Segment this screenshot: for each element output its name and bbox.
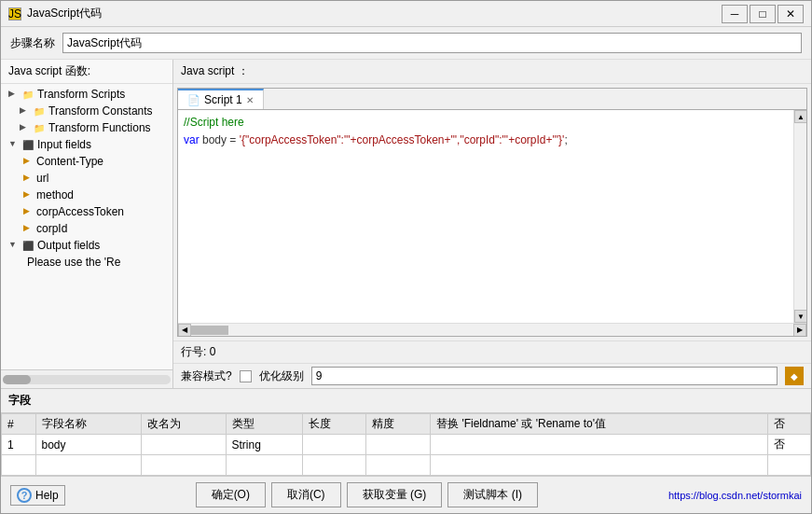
- help-label: Help: [35, 489, 59, 502]
- tree-item-please-use: Please use the 'Re: [1, 254, 172, 271]
- field-arrow-corpAccessToken: ▶: [23, 206, 34, 217]
- code-area: //Script here var body = '{"corpAccessTo…: [178, 110, 806, 323]
- tree-label-url: url: [36, 172, 48, 185]
- script-tab-label: Script 1: [204, 93, 242, 106]
- scroll-track-v: [794, 123, 806, 310]
- code-content[interactable]: //Script here var body = '{"corpAccessTo…: [178, 110, 793, 323]
- compat-checkbox[interactable]: [240, 370, 252, 382]
- cell-num: 1: [2, 435, 36, 455]
- left-scrollbar-thumb[interactable]: [3, 375, 31, 384]
- tree-item-content-type[interactable]: ▶ Content-Type: [1, 153, 172, 170]
- tree-area[interactable]: ▶ 📁 Transform Scripts ▶ 📁 Transform Cons…: [1, 84, 172, 369]
- col-flag: 否: [767, 414, 810, 435]
- main-window: JS JavaScript代码 ─ □ ✕ 步骤名称 Java script 函…: [0, 0, 812, 514]
- fields-header: 字段: [1, 389, 811, 413]
- cell-field-name: body: [35, 435, 141, 455]
- code-comment: //Script here: [184, 116, 244, 129]
- script-tab-icon: 📄: [187, 94, 200, 106]
- left-panel: Java script 函数: ▶ 📁 Transform Scripts ▶ …: [1, 60, 173, 388]
- col-precision: 精度: [366, 414, 431, 435]
- tree-item-corpId[interactable]: ▶ corpId: [1, 220, 172, 237]
- input-fields-icon: ⬛: [21, 138, 34, 151]
- expand-arrow-constants[interactable]: ▶: [20, 105, 31, 117]
- expand-arrow-output-fields[interactable]: ▼: [8, 240, 20, 251]
- window-title: JavaScript代码: [27, 6, 102, 21]
- test-script-button[interactable]: 测试脚本 (I): [447, 482, 538, 507]
- step-name-row: 步骤名称: [1, 27, 811, 60]
- tree-label-transform-scripts: Transform Scripts: [37, 88, 125, 101]
- tree-item-transform-scripts[interactable]: ▶ 📁 Transform Scripts: [1, 86, 172, 103]
- field-arrow-url: ▶: [23, 173, 34, 184]
- help-button[interactable]: ? Help: [10, 485, 65, 506]
- bottom-buttons: 确定(O) 取消(C) 获取变量 (G) 测试脚本 (I): [196, 482, 538, 507]
- tree-label-corpAccessToken: corpAccessToken: [36, 205, 124, 218]
- optim-input[interactable]: [311, 367, 778, 385]
- tree-label-input-fields: Input fields: [37, 138, 91, 151]
- cell-empty: [2, 455, 36, 476]
- script-tab-close[interactable]: ✕: [246, 95, 254, 105]
- cell-type: String: [226, 435, 302, 455]
- title-bar-controls: ─ □ ✕: [722, 5, 804, 23]
- step-name-label: 步骤名称: [10, 35, 55, 51]
- tree-label-corpId: corpId: [36, 222, 67, 235]
- script-tab-1[interactable]: 📄 Script 1 ✕: [178, 89, 264, 109]
- field-arrow-corpId: ▶: [23, 223, 34, 234]
- cancel-button[interactable]: 取消(C): [271, 482, 341, 507]
- table-row[interactable]: 1 body String 否: [2, 435, 811, 455]
- compat-row: 兼容模式? 优化级别 ◆: [173, 364, 811, 388]
- bottom-link: https://blog.csdn.net/stormkai: [668, 490, 802, 501]
- cell-rename: [141, 435, 226, 455]
- tree-item-output-fields[interactable]: ▼ ⬛ Output fields: [1, 237, 172, 254]
- compat-diamond-icon[interactable]: ◆: [785, 367, 804, 385]
- expand-arrow-functions[interactable]: ▶: [20, 122, 31, 133]
- scroll-left-btn[interactable]: ◀: [178, 324, 191, 337]
- tree-label-transform-functions: Transform Functions: [48, 121, 151, 134]
- output-fields-icon: ⬛: [21, 239, 34, 252]
- status-row: 行号: 0: [173, 340, 811, 364]
- get-vars-button[interactable]: 获取变量 (G): [347, 482, 443, 507]
- scroll-h-thumb[interactable]: [191, 326, 228, 335]
- cell-replace: [431, 435, 768, 455]
- expand-arrow-input-fields[interactable]: ▼: [8, 139, 20, 150]
- right-panel-header: Java script ：: [173, 60, 811, 84]
- tree-label-content-type: Content-Type: [36, 155, 103, 168]
- field-arrow-method: ▶: [23, 189, 34, 201]
- cell-precision: [366, 435, 431, 455]
- tree-item-corpAccessToken[interactable]: ▶ corpAccessToken: [1, 203, 172, 220]
- scroll-up-btn[interactable]: ▲: [794, 110, 806, 123]
- scroll-right-btn[interactable]: ▶: [793, 324, 806, 337]
- compat-label: 兼容模式?: [181, 368, 232, 384]
- help-icon: ?: [17, 488, 32, 503]
- tree-item-transform-constants[interactable]: ▶ 📁 Transform Constants: [1, 103, 172, 119]
- tree-item-method[interactable]: ▶ method: [1, 187, 172, 203]
- tree-label-method: method: [36, 188, 74, 201]
- tree-item-transform-functions[interactable]: ▶ 📁 Transform Functions: [1, 119, 172, 136]
- fields-table: # 字段名称 改名为 类型 长度 精度 替换 'Fieldname' 或 'Re…: [1, 413, 811, 476]
- scroll-down-btn[interactable]: ▼: [794, 310, 806, 323]
- minimize-button[interactable]: ─: [722, 5, 748, 23]
- title-bar-left: JS JavaScript代码: [8, 6, 102, 21]
- maximize-button[interactable]: □: [750, 5, 776, 23]
- bottom-link-area: https://blog.csdn.net/stormkai: [668, 489, 802, 502]
- folder-icon-constants: 📁: [33, 104, 46, 118]
- step-name-input[interactable]: [62, 33, 802, 53]
- scrollbar-horizontal[interactable]: ◀ ▶: [178, 323, 806, 336]
- scroll-track-h: [191, 325, 793, 336]
- bottom-bar: ? Help 确定(O) 取消(C) 获取变量 (G) 测试脚本 (I) htt…: [1, 476, 811, 513]
- col-length: 长度: [302, 414, 366, 435]
- title-bar: JS JavaScript代码 ─ □ ✕: [1, 1, 811, 27]
- confirm-button[interactable]: 确定(O): [196, 482, 266, 507]
- left-scrollbar-area: [1, 369, 172, 388]
- left-scrollbar-h[interactable]: [3, 375, 171, 384]
- close-button[interactable]: ✕: [778, 5, 804, 23]
- expand-arrow-scripts[interactable]: ▶: [8, 89, 20, 100]
- right-panel: Java script ： 📄 Script 1 ✕ //Script here…: [173, 60, 811, 388]
- tree-item-input-fields[interactable]: ▼ ⬛ Input fields: [1, 136, 172, 153]
- code-line2: var body = '{"corpAccessToken":"'+corpAc…: [184, 133, 568, 146]
- optim-label: 优化级别: [259, 368, 304, 384]
- cell-length: [302, 435, 366, 455]
- fields-table-header-row: # 字段名称 改名为 类型 长度 精度 替换 'Fieldname' 或 'Re…: [2, 414, 811, 435]
- tree-item-url[interactable]: ▶ url: [1, 170, 172, 187]
- scrollbar-vertical[interactable]: ▲ ▼: [793, 110, 806, 323]
- col-replace: 替换 'Fieldname' 或 'Rename to'值: [431, 414, 768, 435]
